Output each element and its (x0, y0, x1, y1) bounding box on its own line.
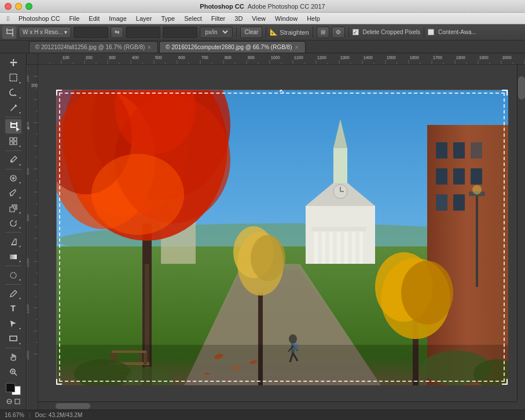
ruler-top: 100 200 300 400 500 600 700 800 900 1000… (38, 53, 525, 65)
svg-point-158 (91, 154, 184, 235)
window-title: Adobe Photoshop CC 2017 (248, 3, 325, 10)
menu-image[interactable]: Image (104, 14, 131, 23)
svg-line-10 (14, 373, 17, 375)
svg-text:1200: 1200 (317, 56, 326, 60)
rectangular-marquee-tool[interactable]: ▾ (5, 71, 21, 85)
svg-text:400: 400 (27, 121, 30, 128)
canvas-area: 100 200 300 400 500 600 700 800 900 1000… (27, 53, 525, 410)
hand-tool[interactable] (5, 350, 21, 364)
tab-file1[interactable]: © 20121024fall1256.jpg @ 16.7% (RGB/8) ✕ (29, 41, 158, 53)
foreground-color-swatch[interactable] (6, 383, 15, 392)
tab-file1-label: © 20121024fall1256.jpg @ 16.7% (RGB/8) (35, 44, 145, 50)
svg-text:1900: 1900 (479, 56, 489, 60)
eyedropper-tool[interactable]: ▾ (5, 153, 21, 167)
lasso-tool[interactable]: ▾ (5, 86, 21, 100)
content-aware-checkbox[interactable] (428, 29, 434, 35)
svg-rect-125 (333, 148, 347, 183)
delete-pixels-label: Delete Cropped Pixels (363, 29, 421, 35)
history-brush-tool[interactable]: ▾ (5, 216, 21, 230)
crop-ratio-dropdown[interactable]: W x H x Reso... ▾ (19, 27, 71, 38)
blur-tool[interactable]: ▾ (5, 268, 21, 282)
close-button[interactable] (5, 3, 12, 10)
zoom-tool[interactable] (5, 365, 21, 380)
svg-text:600: 600 (27, 168, 30, 175)
tab-file2[interactable]: © 20160126computer2680.jpg @ 66.7% (RGB/… (159, 41, 305, 53)
scrollbar-bottom-thumb[interactable] (56, 403, 90, 409)
crop-handle-topright[interactable] (502, 90, 508, 95)
maximize-button[interactable] (25, 3, 32, 10)
crop-handle-bottomright[interactable] (502, 379, 508, 385)
svg-rect-137 (311, 227, 366, 231)
eraser-tool[interactable]: ▾ (5, 234, 21, 249)
menu-filter[interactable]: Filter (207, 14, 230, 23)
scrollbar-right[interactable] (517, 65, 525, 401)
svg-rect-147 (476, 194, 478, 287)
crop-resolution-input[interactable] (163, 27, 197, 38)
svg-point-149 (472, 185, 482, 194)
svg-rect-136 (359, 229, 363, 264)
menu-edit[interactable]: Edit (84, 14, 104, 23)
delete-pixels-checkbox[interactable] (353, 29, 359, 35)
move-tool[interactable] (5, 56, 21, 70)
clear-button[interactable]: Clear (240, 27, 262, 38)
unit-dropdown[interactable]: px/inpx/cmin (203, 28, 230, 36)
grid-overlay-button[interactable]: ⊞ (317, 27, 329, 38)
menu-3d[interactable]: 3D (230, 14, 247, 23)
gradient-tool[interactable]: ▾ (5, 249, 21, 264)
screen-mode-button[interactable] (14, 398, 21, 405)
scrollbar-bottom[interactable] (38, 401, 517, 410)
crop-width-input[interactable] (74, 27, 108, 38)
options-bar: W x H x Reso... ▾ ⇆ px/inpx/cmin Clear 📐… (0, 24, 525, 40)
svg-rect-131 (322, 229, 325, 264)
svg-text:200: 200 (31, 83, 38, 87)
svg-text:500: 500 (155, 56, 162, 60)
ruler-top-svg: 100 200 300 400 500 600 700 800 900 1000… (38, 53, 525, 65)
window-controls[interactable] (5, 3, 32, 10)
scrollbar-right-thumb[interactable] (518, 76, 525, 100)
menu-file[interactable]: File (65, 14, 85, 23)
workspace: ▾ ▾ ▾ ▾ ▾ ▾ ▾ (0, 53, 525, 410)
resolution-unit-select[interactable]: px/inpx/cmin (200, 27, 233, 38)
photo-image (57, 90, 508, 385)
svg-text:800: 800 (27, 214, 30, 221)
menu-view[interactable]: View (247, 14, 270, 23)
slice-tool[interactable]: ▾ (5, 134, 21, 149)
menu-photoshop[interactable]: Photoshop CC (14, 14, 65, 23)
minimize-button[interactable] (15, 3, 22, 10)
tab-file2-close[interactable]: ✕ (295, 45, 299, 50)
menu-help[interactable]: Help (302, 14, 325, 23)
menu-type[interactable]: Type (156, 14, 179, 23)
healing-brush-tool[interactable]: ▾ (5, 171, 21, 186)
svg-text:1400: 1400 (27, 351, 30, 360)
svg-text:200: 200 (27, 75, 30, 82)
menu-window[interactable]: Window (270, 14, 302, 23)
menu-apple[interactable]:  (2, 14, 14, 23)
crop-options-button[interactable]: ⚙ (332, 27, 345, 38)
svg-text:400: 400 (132, 56, 139, 60)
crop-handle-topleft[interactable] (56, 90, 62, 95)
svg-point-163 (251, 235, 285, 281)
svg-rect-130 (314, 229, 318, 264)
shape-tool[interactable]: ▾ (5, 331, 21, 346)
crop-height-input[interactable] (126, 27, 160, 38)
menu-layer[interactable]: Layer (131, 14, 157, 23)
straighten-control[interactable]: 📐 Straighten (270, 28, 309, 36)
pen-tool[interactable]: ▾ (5, 286, 21, 301)
quick-mask-mode[interactable] (6, 398, 13, 405)
type-tool[interactable]: T (5, 301, 21, 316)
crop-handle-bottomleft[interactable] (56, 379, 62, 385)
brush-tool[interactable]: ▾ (5, 186, 21, 200)
svg-text:2000: 2000 (502, 56, 512, 60)
tab-file2-label: © 20160126computer2680.jpg @ 66.7% (RGB/… (166, 44, 292, 50)
tab-file1-close[interactable]: ✕ (147, 45, 152, 50)
tab-bar: © 20121024fall1256.jpg @ 16.7% (RGB/8) ✕… (0, 40, 525, 53)
svg-rect-0 (10, 74, 17, 81)
path-select-tool[interactable]: ▾ (5, 316, 21, 331)
crop-tool[interactable] (5, 119, 21, 134)
swap-dimensions-button[interactable]: ⇆ (111, 27, 123, 38)
zoom-level: 16.67% (5, 412, 24, 418)
magic-wand-tool[interactable]: ▾ (5, 101, 21, 115)
menu-select[interactable]: Select (179, 14, 207, 23)
color-swatch[interactable] (6, 383, 21, 395)
clone-stamp-tool[interactable]: ▾ (5, 201, 21, 215)
